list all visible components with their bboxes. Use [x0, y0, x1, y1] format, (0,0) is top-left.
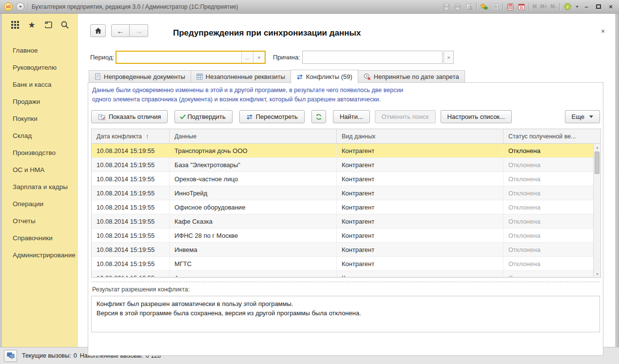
- sidebar-item[interactable]: Производство: [2, 144, 78, 161]
- search-icon[interactable]: [59, 19, 70, 30]
- cell-data: Офисное оборудование: [170, 200, 337, 214]
- reason-label: Причина:: [273, 51, 300, 64]
- column-header-kind[interactable]: Вид данных: [337, 129, 503, 143]
- more-button[interactable]: Еще: [565, 110, 600, 123]
- table-row[interactable]: 10.08.2014 15:19:55Орехов-частное лицоКо…: [92, 172, 593, 186]
- cell-data: Транспортная дочь ООО: [170, 144, 337, 157]
- period-select-button[interactable]: ...: [241, 52, 253, 63]
- divider: [560, 3, 560, 11]
- calendar-icon[interactable]: 31: [518, 3, 525, 11]
- app-window: 1С Бухгалтерия предприятия, редакция 3.0…: [0, 0, 619, 364]
- refresh-icon: [315, 114, 322, 120]
- cell-kind: Контрагент: [337, 243, 503, 256]
- configure-list-button[interactable]: Настроить список...: [441, 110, 512, 123]
- conflict-description-line1: Данные были одновременно изменены в этой…: [92, 86, 403, 95]
- divider: [476, 3, 477, 11]
- find-button[interactable]: Найти...: [333, 110, 370, 123]
- review-button[interactable]: Пересмотреть: [239, 110, 305, 123]
- sidebar-item[interactable]: Зарплата и кадры: [2, 178, 78, 195]
- refresh-button[interactable]: [311, 110, 326, 123]
- table-row[interactable]: 10.08.2014 15:19:55ИнноТрейдКонтрагентОт…: [92, 186, 593, 200]
- cell-data: Инвема: [170, 243, 337, 256]
- sidebar-item[interactable]: Администрирование: [2, 247, 78, 264]
- cell-data: МГТС: [170, 257, 337, 270]
- sidebar-item[interactable]: Покупки: [2, 110, 78, 127]
- sections-menu-icon[interactable]: [10, 19, 20, 30]
- close-window-button[interactable]: ×: [606, 3, 615, 10]
- reason-input[interactable]: [303, 51, 442, 63]
- system-menu-button[interactable]: [16, 2, 24, 11]
- cell-status: Отклонена: [503, 271, 593, 277]
- table-row[interactable]: 10.08.2014 15:19:55Транспортная дочь ООО…: [92, 144, 593, 158]
- table-row[interactable]: 10.08.2014 15:19:55База "Электротовары"К…: [92, 158, 593, 172]
- chevron-down-icon[interactable]: [576, 6, 579, 8]
- sidebar-item[interactable]: Операции: [2, 195, 78, 212]
- compare-icon: [98, 114, 106, 120]
- sidebar-item[interactable]: Склад: [2, 127, 78, 144]
- cell-data: ИФНС 28 по г Москве: [170, 229, 337, 242]
- calculator-icon[interactable]: [506, 3, 514, 11]
- button-label: Настроить список...: [447, 113, 505, 120]
- table-row[interactable]: 10.08.2014 15:19:55Кафе СказкаКонтрагент…: [92, 214, 593, 229]
- button-label: Показать отличия: [109, 113, 161, 120]
- conflict-description: Данные были одновременно изменены в этой…: [92, 86, 403, 105]
- sidebar-item[interactable]: Справочники: [2, 230, 78, 247]
- maximize-button[interactable]: [594, 3, 603, 10]
- history-icon[interactable]: [43, 19, 54, 30]
- close-page-button[interactable]: ×: [599, 27, 607, 35]
- table-row[interactable]: 10.08.2014 15:19:55ИФНС 28 по г МосквеКо…: [92, 229, 593, 243]
- button-label: Еще: [572, 113, 584, 120]
- scroll-down-icon[interactable]: ▼: [594, 270, 601, 277]
- period-field-group: ... ×: [116, 51, 266, 64]
- sidebar-item[interactable]: Продажи: [2, 93, 78, 110]
- tab-unfilled-attributes[interactable]: Незаполненные реквизиты: [191, 70, 290, 83]
- favorites-star-icon[interactable]: ★: [26, 19, 37, 30]
- sidebar-item[interactable]: Отчеты: [2, 212, 78, 230]
- scrollbar-thumb[interactable]: [595, 152, 600, 174]
- sidebar-item[interactable]: Банк и касса: [2, 76, 78, 93]
- vertical-scrollbar[interactable]: ▲ ▼: [593, 144, 600, 277]
- sidebar-item[interactable]: Главное: [2, 42, 78, 59]
- button-label: Подтвердить: [187, 113, 225, 120]
- home-button[interactable]: [90, 24, 106, 37]
- cell-data: А...: [170, 271, 337, 277]
- sidebar-item[interactable]: ОС и НМА: [2, 161, 78, 178]
- tab-label: Конфликты (59): [306, 73, 352, 80]
- minimize-button[interactable]: –: [582, 3, 591, 10]
- tab-conflicts[interactable]: Конфликты (59): [290, 70, 358, 83]
- splitter[interactable]: [91, 282, 600, 282]
- cell-data: База "Электротовары": [170, 158, 337, 172]
- column-header-status[interactable]: Статус полученной ве...: [503, 129, 600, 143]
- show-differences-button[interactable]: Показать отличия: [91, 110, 168, 123]
- column-header-data[interactable]: Данные: [170, 129, 337, 143]
- add-favorite-icon[interactable]: [480, 3, 488, 11]
- performance-indicator-button[interactable]: [4, 350, 17, 362]
- table-row[interactable]: 10.08.2014 15:19:55ИнвемаКонтрагентОткло…: [92, 243, 593, 257]
- favorites-icon: [491, 3, 499, 11]
- forward-button[interactable]: →: [130, 24, 148, 37]
- period-clear-button[interactable]: ×: [253, 52, 265, 63]
- table-row[interactable]: 10.08.2014 15:19:55Офисное оборудованиеК…: [92, 200, 593, 214]
- reason-clear-button[interactable]: ×: [444, 51, 454, 64]
- table-row[interactable]: 10.08.2014 15:19:55А...КонтрагентОтклоне…: [92, 271, 593, 277]
- table-row[interactable]: 10.08.2014 15:19:55МГТСКонтрагентОтклоне…: [92, 257, 593, 271]
- period-label: Период:: [90, 51, 114, 64]
- cell-kind: Контрагент: [337, 214, 503, 228]
- confirm-button[interactable]: Подтвердить: [174, 110, 232, 123]
- back-button[interactable]: ←: [111, 24, 130, 37]
- cell-data: ИнноТрейд: [170, 186, 337, 200]
- period-input[interactable]: [116, 52, 241, 63]
- info-icon[interactable]: i: [563, 3, 571, 11]
- cell-kind: Контрагент: [337, 172, 503, 186]
- button-label: Пересмотреть: [256, 113, 298, 120]
- cell-date: 10.08.2014 15:19:55: [92, 200, 170, 214]
- column-header-date[interactable]: Дата конфликта ↑: [92, 129, 170, 143]
- table-header: Дата конфликта ↑ Данные Вид данных Стату…: [92, 129, 600, 144]
- scroll-up-icon[interactable]: ▲: [594, 144, 601, 151]
- cell-date: 10.08.2014 15:19:55: [92, 257, 170, 270]
- cell-date: 10.08.2014 15:19:55: [92, 144, 170, 157]
- sidebar-item[interactable]: Руководителю: [2, 59, 78, 76]
- tab-label: Незаполненные реквизиты: [206, 73, 285, 80]
- tab-rejected-by-date[interactable]: Непринятые по дате запрета: [358, 70, 465, 83]
- tab-unposted-documents[interactable]: Непроведенные документы: [89, 70, 191, 83]
